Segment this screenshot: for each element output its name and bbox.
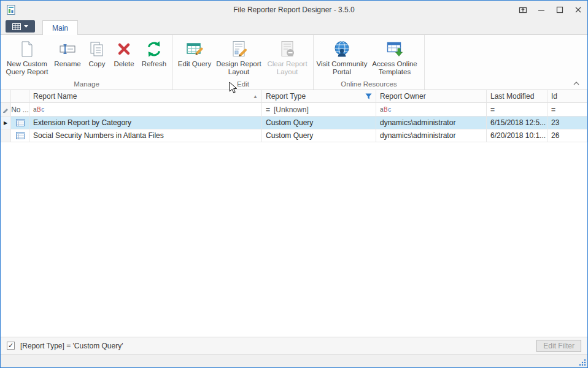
report-table-icon — [11, 129, 29, 142]
app-window: File Reporter Report Designer - 3.5.0 — [0, 0, 588, 368]
title-bar: File Reporter Report Designer - 3.5.0 — [1, 1, 587, 19]
filter-panel: ✓ [Report Type] = 'Custom Query' Edit Fi… — [1, 337, 587, 354]
group-label-manage: Manage — [3, 79, 170, 90]
filter-row-edit-icon — [2, 107, 9, 113]
ribbon-group-manage: New Custom Query Report Rename — [1, 35, 173, 90]
design-report-layout-icon — [229, 38, 249, 60]
reports-grid: Report Name ▲ Report Type Report Owner L… — [1, 90, 587, 337]
focused-row-arrow-icon: ▶ — [4, 120, 7, 126]
minimize-button[interactable] — [532, 1, 551, 19]
column-header-id[interactable]: Id — [547, 90, 587, 103]
equals-filter-icon: = — [490, 105, 495, 114]
filter-cell-icon-column[interactable]: No ... — [11, 103, 29, 117]
edit-query-button[interactable]: Edit Query — [176, 36, 214, 79]
grid-header-row: Report Name ▲ Report Type Report Owner L… — [1, 90, 587, 103]
grid-empty-area — [1, 142, 587, 337]
fullscreen-toggle-button[interactable] — [514, 1, 532, 19]
cell-report-name: Extension Report by Category — [29, 117, 262, 129]
table-row[interactable]: ▶ Extension Report by Category Custom Qu… — [1, 117, 587, 129]
filter-cell-report-type[interactable]: = [Unknown] — [262, 103, 376, 117]
clear-report-layout-button[interactable]: Clear Report Layout — [264, 36, 311, 79]
ribbon-tab-row: Main — [1, 19, 587, 35]
rename-button[interactable]: Rename — [51, 36, 84, 79]
sort-ascending-icon: ▲ — [253, 94, 258, 99]
rename-icon — [58, 38, 77, 60]
cell-report-type: Custom Query — [262, 129, 376, 142]
chevron-up-icon — [573, 82, 579, 85]
filter-enabled-checkbox[interactable]: ✓ — [7, 342, 15, 350]
chevron-down-icon — [24, 25, 28, 28]
row-indicator-cell: ▶ — [1, 117, 11, 129]
delete-button[interactable]: Delete — [110, 36, 138, 79]
tab-main[interactable]: Main — [42, 20, 78, 35]
close-button[interactable] — [569, 1, 587, 19]
column-header-report-owner[interactable]: Report Owner — [376, 90, 487, 103]
group-label-online-resources: Online Resources — [316, 79, 422, 90]
ribbon-collapse-button[interactable] — [570, 79, 582, 88]
app-logo-icon — [6, 4, 17, 15]
design-report-layout-button[interactable]: Design Report Layout — [214, 36, 264, 79]
window-title: File Reporter Report Designer - 3.5.0 — [1, 6, 587, 14]
cell-id: 23 — [547, 117, 587, 129]
online-templates-icon — [385, 38, 404, 60]
equals-filter-icon: = — [551, 105, 555, 114]
column-header-report-type[interactable]: Report Type — [262, 90, 376, 103]
header-icon-cell — [11, 90, 29, 103]
copy-button[interactable]: Copy — [84, 36, 110, 79]
report-table-icon — [11, 117, 29, 129]
filter-cell-last-modified[interactable]: = — [487, 103, 547, 117]
refresh-button[interactable]: Refresh — [138, 36, 170, 79]
check-icon: ✓ — [8, 342, 14, 349]
equals-filter-icon: = — [266, 105, 270, 114]
group-label-edit: Edit — [176, 79, 311, 90]
visit-community-portal-button[interactable]: Visit Community Portal — [316, 36, 368, 79]
community-portal-icon — [332, 38, 352, 60]
cell-last-modified: 6/20/2018 10:1... — [487, 129, 547, 142]
table-grid-icon — [12, 23, 21, 30]
filter-cell-report-name[interactable]: aBc — [29, 103, 262, 117]
cell-id: 26 — [547, 129, 587, 142]
status-bar — [1, 354, 587, 367]
ribbon: New Custom Query Report Rename — [1, 35, 587, 90]
maximize-button[interactable] — [551, 1, 569, 19]
contains-filter-icon: aBc — [380, 106, 392, 113]
access-online-templates-button[interactable]: Access Online Templates — [368, 36, 422, 79]
contains-filter-icon: aBc — [33, 106, 45, 113]
cell-last-modified: 6/15/2018 12:5... — [487, 117, 547, 129]
new-custom-query-report-button[interactable]: New Custom Query Report — [3, 36, 51, 79]
filter-row-indicator-cell — [1, 103, 11, 117]
delete-icon — [114, 38, 134, 60]
table-row[interactable]: Social Security Numbers in Atlanta Files… — [1, 129, 587, 142]
cell-report-owner: dynamics\administrator — [376, 129, 487, 142]
column-header-report-name[interactable]: Report Name ▲ — [29, 90, 262, 103]
filter-cell-id[interactable]: = — [547, 103, 587, 117]
cell-report-owner: dynamics\administrator — [376, 117, 487, 129]
ribbon-group-edit: Edit Query Design Report Layout — [173, 35, 314, 90]
new-report-icon — [17, 38, 37, 60]
ribbon-group-online-resources: Visit Community Portal Access Online Tem… — [314, 35, 425, 90]
cell-report-type: Custom Query — [262, 117, 376, 129]
header-indicator-cell — [1, 90, 11, 103]
grid-filter-row: No ... aBc = [Unknown] aBc = = — [1, 103, 587, 117]
cell-report-name: Social Security Numbers in Atlanta Files — [29, 129, 262, 142]
app-menu-button[interactable] — [6, 20, 35, 33]
refresh-icon — [144, 38, 164, 60]
column-header-last-modified[interactable]: Last Modified — [487, 90, 547, 103]
clear-report-layout-icon — [277, 38, 297, 60]
edit-filter-button[interactable]: Edit Filter — [536, 340, 581, 352]
filter-funnel-icon[interactable] — [365, 93, 372, 100]
active-filter-text: [Report Type] = 'Custom Query' — [20, 342, 123, 350]
copy-icon — [87, 38, 107, 60]
filter-cell-report-owner[interactable]: aBc — [376, 103, 487, 117]
edit-query-icon — [185, 38, 204, 60]
window-controls — [514, 1, 587, 19]
row-indicator-cell — [1, 129, 11, 142]
resize-grip[interactable] — [578, 358, 586, 366]
